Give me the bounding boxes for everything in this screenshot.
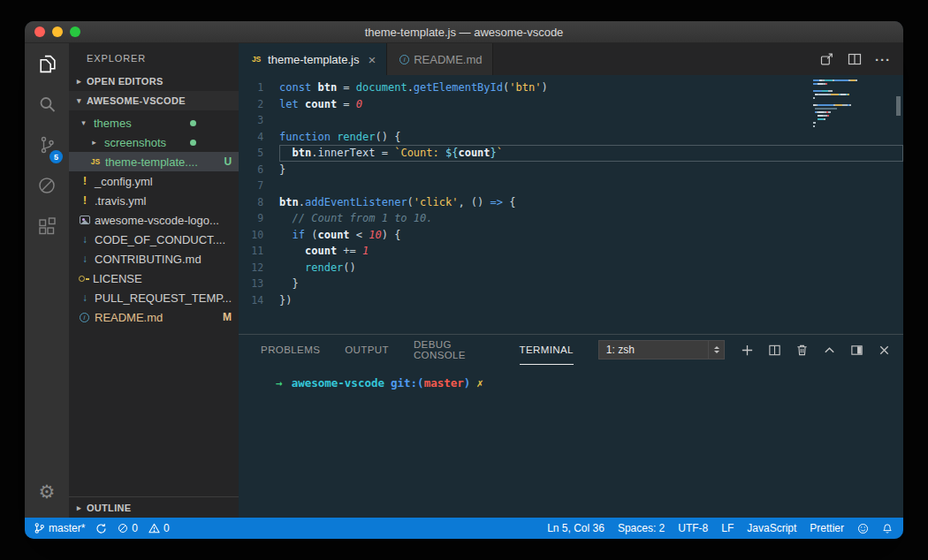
line-number: 1	[239, 79, 279, 96]
code-line[interactable]: 14})	[239, 292, 903, 309]
activity-settings[interactable]: ⚙	[25, 472, 69, 512]
tab-label: README.md	[414, 53, 482, 66]
chevron-down-icon: ▾	[78, 118, 89, 127]
line-content: // Count from 1 to 10.	[279, 210, 903, 227]
outline-section[interactable]: ▸ OUTLINE	[69, 496, 239, 518]
code-line[interactable]: 10 if (count < 10) {	[239, 227, 903, 244]
titlebar: theme-template.js — awesome-vscode	[25, 21, 903, 43]
status-cursor-position[interactable]: Ln 5, Col 36	[547, 522, 605, 534]
tab-label: theme-template.js	[268, 53, 359, 66]
line-number: 9	[239, 210, 279, 227]
status-formatter[interactable]: Prettier	[810, 522, 844, 534]
panel-tab-terminal[interactable]: TERMINAL	[520, 335, 574, 365]
activity-search[interactable]	[25, 86, 69, 126]
file-label: .travis.yml	[95, 194, 147, 208]
status-label: 0	[164, 522, 170, 534]
code-line[interactable]: 3	[239, 112, 903, 129]
line-number: 6	[239, 162, 279, 178]
status-indentation[interactable]: Spaces: 2	[618, 522, 665, 534]
yml-icon: !	[78, 194, 92, 207]
status-language-mode[interactable]: JavaScript	[747, 522, 796, 534]
toggle-panel-position-icon[interactable]	[850, 344, 863, 357]
more-actions-icon[interactable]: ···	[875, 52, 891, 67]
git-changes-dot-icon	[190, 120, 196, 126]
activity-debug[interactable]	[25, 167, 69, 208]
panel-actions	[741, 344, 891, 357]
code-line[interactable]: 5 btn.innerText = `Count: ${count}`	[239, 145, 903, 162]
new-terminal-icon[interactable]	[741, 344, 754, 357]
tab-readme-md[interactable]: iREADME.md	[387, 43, 493, 75]
chevron-right-icon: ▸	[73, 77, 85, 86]
panel-tab-debug-console[interactable]: DEBUG CONSOLE	[414, 335, 495, 365]
code-line[interactable]: 7	[239, 178, 903, 194]
panel-tab-problems[interactable]: PROBLEMS	[261, 335, 320, 365]
outline-label: OUTLINE	[87, 503, 131, 513]
terminal-content[interactable]: →awesome-vscodegit:(master)✗	[239, 365, 903, 518]
error-icon	[118, 523, 128, 534]
code-line[interactable]: 9 // Count from 1 to 10.	[239, 210, 903, 227]
code-line[interactable]: 12 render()	[239, 260, 903, 276]
code-line[interactable]: 6}	[239, 162, 903, 178]
status-encoding[interactable]: UTF-8	[678, 522, 708, 534]
file-label: theme-template....	[105, 155, 198, 169]
activity-explorer[interactable]	[25, 45, 69, 86]
tree-item-theme-template[interactable]: JStheme-template....U	[69, 152, 239, 171]
line-content	[279, 112, 903, 129]
code-line[interactable]: 4function render() {	[239, 129, 903, 146]
close-panel-icon[interactable]	[878, 344, 891, 357]
status-eol[interactable]: LF	[721, 522, 734, 534]
tree-item-screenshots[interactable]: ▸screenshots	[69, 132, 239, 152]
open-changes-icon[interactable]	[819, 52, 834, 66]
activity-extensions[interactable]	[25, 208, 69, 248]
tree-item-readme-md[interactable]: iREADME.mdM	[69, 307, 239, 327]
maximize-panel-icon[interactable]	[823, 344, 836, 357]
open-editors-section[interactable]: ▸ OPEN EDITORS	[69, 72, 239, 91]
kill-terminal-icon[interactable]	[795, 344, 809, 357]
tree-item-license[interactable]: LICENSE	[69, 269, 239, 288]
terminal-picker[interactable]: 1: zsh	[598, 340, 725, 359]
tree-item-themes[interactable]: ▾themes	[69, 113, 239, 132]
desktop-background: theme-template.js — awesome-vscode 5⚙ EX…	[0, 0, 928, 560]
split-terminal-icon[interactable]	[768, 344, 781, 357]
activity-source-control[interactable]: 5	[25, 126, 69, 167]
code-editor[interactable]: 1const btn = document.getElementById('bt…	[239, 75, 903, 334]
panel-tabs: PROBLEMSOUTPUTDEBUG CONSOLETERMINAL	[261, 335, 598, 365]
code-line[interactable]: 2let count = 0	[239, 96, 903, 113]
files-icon	[36, 53, 58, 79]
status-git-branch[interactable]: master*	[34, 522, 85, 534]
line-number: 14	[239, 292, 279, 309]
tree-item-awesome-vscode-logo[interactable]: awesome-vscode-logo...	[69, 210, 239, 230]
tree-item-contributing-md[interactable]: ↓CONTRIBUTING.md	[69, 249, 239, 269]
code-line[interactable]: 13 }	[239, 276, 903, 292]
status-bar-right: Ln 5, Col 36Spaces: 2UTF-8LFJavaScriptPr…	[547, 522, 893, 534]
tree-item-config-yml[interactable]: !_config.yml	[69, 171, 239, 191]
code-line[interactable]: 1const btn = document.getElementById('bt…	[239, 79, 903, 96]
split-editor-icon[interactable]	[848, 52, 862, 66]
status-warnings[interactable]: 0	[148, 522, 170, 534]
panel-tab-output[interactable]: OUTPUT	[345, 335, 389, 365]
status-sync[interactable]	[95, 523, 107, 534]
image-icon	[80, 216, 90, 224]
md-icon: ↓	[78, 233, 92, 246]
warning-icon	[148, 523, 160, 534]
status-feedback[interactable]	[857, 523, 869, 534]
status-notifications[interactable]	[882, 523, 893, 534]
close-window-button[interactable]	[34, 26, 45, 37]
workspace-root-section[interactable]: ▾ AWESOME-VSCODE	[69, 91, 239, 110]
close-tab-icon[interactable]: ×	[368, 52, 376, 67]
tree-item-code-of-conduct[interactable]: ↓CODE_OF_CONDUCT....	[69, 230, 239, 249]
zoom-window-button[interactable]	[70, 26, 80, 37]
tree-item-travis-yml[interactable]: !.travis.yml	[69, 191, 239, 210]
code-line[interactable]: 8btn.addEventListener('click', () => {	[239, 194, 903, 211]
minimap[interactable]	[813, 79, 891, 129]
line-content: btn.addEventListener('click', () => {	[279, 194, 903, 211]
tree-item-pull-request-temp[interactable]: ↓PULL_REQUEST_TEMP...	[69, 288, 239, 307]
minimize-window-button[interactable]	[52, 26, 63, 37]
tab-theme-template-js[interactable]: JStheme-template.js×	[239, 43, 387, 75]
editor-scrollbar[interactable]	[896, 96, 901, 116]
chevron-right-icon: ▸	[88, 138, 100, 147]
line-content: render()	[279, 260, 903, 276]
status-errors[interactable]: 0	[118, 522, 138, 534]
code-line[interactable]: 11 count += 1	[239, 243, 903, 260]
terminal-picker-value: 1: zsh	[606, 344, 635, 356]
